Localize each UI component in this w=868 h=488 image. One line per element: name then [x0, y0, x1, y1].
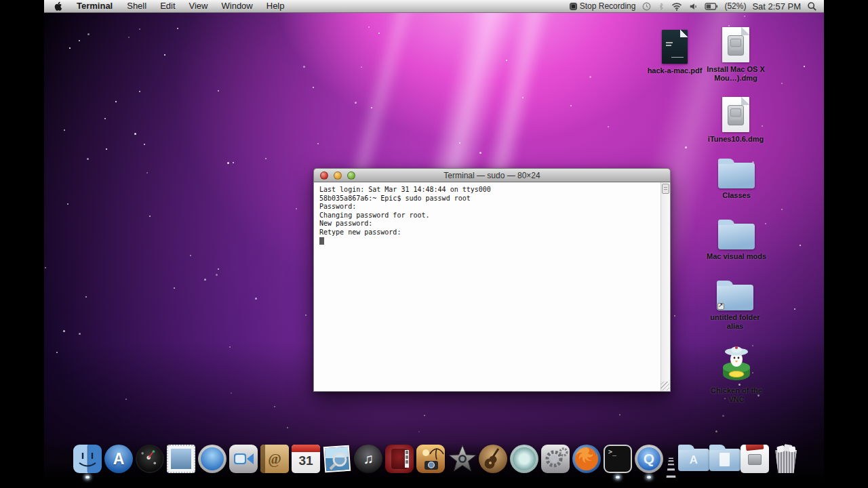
menu-bar: TerminalShellEditViewWindowHelp Stop Rec… [44, 0, 824, 13]
dock-item-firefox[interactable] [572, 445, 601, 479]
desktop-icon-folder[interactable]: Classes [704, 157, 769, 200]
imovie-icon [448, 445, 476, 473]
disk-image-icon [722, 27, 749, 62]
desktop-icon-folder-alias[interactable]: untitled folder alias [703, 279, 768, 331]
desktop-icon-label: Classes [722, 191, 751, 200]
alias-arrow-badge [717, 303, 724, 310]
terminal-window: Terminal — sudo — 80×24 Last login: Sat … [313, 168, 671, 392]
desktop-icon-label: untitled folder alias [703, 313, 768, 331]
volume-icon[interactable] [689, 2, 698, 11]
stop-recording-menu-extra[interactable]: Stop Recording [570, 1, 636, 11]
menu-window[interactable]: Window [215, 1, 260, 11]
dock-item-system-preferences[interactable] [540, 445, 570, 479]
dock-item-itunes[interactable]: ♫ [353, 445, 383, 479]
dock-item-mail[interactable] [166, 445, 196, 479]
window-title: Terminal — sudo — 80×24 [314, 171, 670, 180]
stop-recording-icon [570, 3, 577, 10]
dock-item-trash[interactable] [771, 445, 801, 479]
chicken-vnc-icon [715, 344, 757, 384]
dock-item-preview[interactable] [322, 445, 352, 479]
menu-terminal[interactable]: Terminal [69, 1, 120, 11]
wifi-icon[interactable] [671, 1, 683, 11]
video-frame: TerminalShellEditViewWindowHelp Stop Rec… [44, 0, 824, 488]
terminal-title-bar[interactable]: Terminal — sudo — 80×24 [313, 168, 671, 182]
dock-item-app-store[interactable]: A [104, 445, 134, 479]
scrollbar-thumb[interactable] [662, 184, 669, 194]
quicktime-icon: Q [635, 445, 663, 473]
dock-item-safari[interactable] [197, 445, 227, 479]
desktop-icon-label: Mac visual mods [707, 252, 766, 261]
menu-view[interactable]: View [182, 1, 215, 11]
desktop-icon-label: Install Mac OS X Mou…).dmg [703, 65, 768, 83]
dock-item-address-book[interactable]: @ [260, 445, 290, 479]
menu-help[interactable]: Help [260, 1, 292, 11]
terminal-line: Changing password for root. [319, 211, 660, 220]
preview-icon [323, 445, 351, 473]
terminal-line: Last login: Sat Mar 31 14:48:44 on ttys0… [319, 186, 660, 195]
dock-item-finder[interactable] [73, 445, 102, 479]
disk-image-icon [722, 97, 749, 132]
menu-shell[interactable]: Shell [120, 1, 153, 11]
terminal-line: 58b035a867a6:~ Epic$ sudo passwd root [319, 195, 660, 203]
dock-item-dashboard[interactable] [135, 445, 165, 479]
desktop-icon-chicken[interactable]: Chicken of the VNC [704, 344, 769, 404]
dock-item-time-machine[interactable] [509, 445, 539, 479]
running-indicator [647, 476, 651, 479]
desktop-icon-dmg[interactable]: Install Mac OS X Mou…).dmg [703, 27, 768, 83]
dock-item-facetime[interactable] [229, 445, 258, 479]
dock-item-photo-booth[interactable] [384, 445, 414, 479]
spotlight-icon[interactable] [807, 1, 817, 12]
apple-menu[interactable] [44, 1, 69, 12]
stop-recording-label: Stop Recording [580, 1, 636, 11]
dock-item-folder-documents[interactable] [709, 445, 738, 479]
installer-icon [741, 445, 769, 473]
desktop-icon-label: Chicken of the VNC [704, 386, 769, 404]
system-preferences-icon [541, 445, 570, 473]
running-indicator [616, 476, 620, 479]
dock-item-garageband[interactable] [478, 445, 508, 479]
mail-icon [167, 445, 195, 473]
facetime-icon [229, 445, 258, 473]
ical-icon: 31 [292, 445, 320, 473]
dock-item-ical[interactable]: 31 [291, 445, 321, 479]
dock: A @ 31 ♫ >_ Q A [73, 445, 801, 479]
dock-separator [665, 447, 676, 479]
dock-item-imovie[interactable] [447, 445, 477, 479]
dock-item-installer[interactable] [740, 445, 770, 479]
dock-item-iphoto[interactable] [416, 445, 446, 479]
safari-icon [198, 445, 226, 473]
folder-documents-icon [709, 445, 738, 473]
folder-applications-icon: A [678, 445, 707, 473]
dock-item-folder-applications[interactable]: A [677, 445, 707, 479]
scrollbar[interactable] [660, 182, 670, 391]
dock-item-quicktime[interactable]: Q [634, 445, 664, 479]
time-machine-icon[interactable] [642, 1, 652, 12]
battery-icon[interactable] [705, 3, 718, 10]
dock-item-terminal[interactable]: >_ [603, 445, 633, 479]
time-machine-icon [510, 445, 538, 473]
bluetooth-icon[interactable] [658, 1, 665, 12]
app-menus: TerminalShellEditViewWindowHelp [69, 0, 292, 12]
address-book-icon: @ [260, 445, 289, 473]
terminal-line: Password: [319, 203, 660, 211]
terminal-content[interactable]: Last login: Sat Mar 31 14:48:44 on ttys0… [313, 182, 671, 392]
folder-alias-icon [717, 285, 753, 310]
apple-icon [54, 1, 62, 12]
menu-bar-clock[interactable]: Sat 2:57 PM [752, 1, 801, 12]
desktop-icon-dmg[interactable]: iTunes10.6.dmg [703, 97, 768, 144]
terminal-output: Last login: Sat Mar 31 14:48:44 on ttys0… [314, 182, 660, 391]
menu-bar-status: Stop Recording (52%) Sat 2:57 PM [570, 1, 824, 12]
desktop-icon-folder[interactable]: Mac visual mods [704, 218, 769, 261]
folder-icon [718, 163, 755, 188]
menu-edit[interactable]: Edit [153, 1, 182, 11]
terminal-line: New password: [319, 220, 660, 228]
resize-grip[interactable] [660, 382, 669, 390]
desktop-icon-pdf[interactable]: hack-a-mac.pdf [642, 30, 707, 75]
terminal-icon: >_ [604, 445, 632, 473]
garageband-icon [479, 445, 507, 473]
dashboard-icon [136, 445, 164, 473]
desktop-icon-label: iTunes10.6.dmg [708, 135, 764, 144]
firefox-icon [572, 445, 601, 473]
trash-icon [772, 445, 800, 473]
battery-percent: (52%) [724, 1, 746, 11]
